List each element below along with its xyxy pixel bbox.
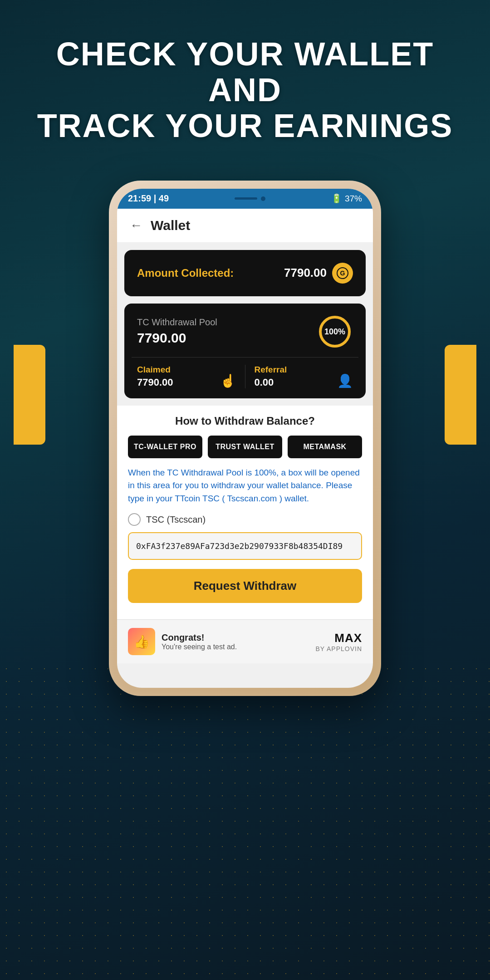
ad-banner: 👍 Congrats! You're seeing a test ad. MAX… — [117, 619, 373, 663]
notch-bar — [235, 197, 257, 200]
app-header: ← Wallet — [117, 209, 373, 243]
request-withdraw-button[interactable]: Request Withdraw — [128, 569, 362, 603]
claimed-icon: ☝️ — [220, 373, 236, 388]
ad-sub: You're seeing a test ad. — [162, 643, 237, 651]
wallet-address-input[interactable]: 0xFA3f237e89AFa723d3e2b2907933F8b48354DI… — [128, 532, 362, 560]
amount-collected-card: Amount Collected: 7790.00 G — [124, 250, 366, 296]
trust-wallet-button[interactable]: TRUST WALLET — [208, 436, 282, 458]
status-notch — [227, 194, 273, 204]
tsc-radio-row[interactable]: TSC (Tscscan) — [128, 513, 362, 526]
metamask-button[interactable]: METAMASK — [288, 436, 362, 458]
max-logo: MAX — [334, 631, 362, 645]
withdraw-section: How to Withdraw Balance? TC-WALLET PRO T… — [117, 406, 373, 620]
how-to-title: How to Withdraw Balance? — [128, 415, 362, 427]
notch-dot — [261, 196, 265, 201]
back-button[interactable]: ← — [130, 218, 142, 233]
tsc-radio-label: TSC (Tscscan) — [146, 514, 206, 525]
referral-value: 0.00 — [255, 377, 274, 388]
tc-wallet-pro-button[interactable]: TC-WALLET PRO — [128, 436, 202, 458]
svg-text:G: G — [340, 270, 345, 277]
battery-icon: 🔋 — [331, 193, 342, 204]
pool-value: 7790.00 — [137, 330, 217, 346]
side-handle-right — [445, 345, 476, 445]
pool-progress-circle: 100% — [317, 314, 353, 350]
withdrawal-pool-card: TC Withdrawal Pool 7790.00 100% — [124, 304, 366, 398]
headline-line2: TRACK YOUR EARNINGS — [37, 108, 453, 144]
status-right: 🔋 37% — [331, 193, 362, 204]
wallet-buttons-group: TC-WALLET PRO TRUST WALLET METAMASK — [128, 436, 362, 458]
claimed-value: 7790.00 — [137, 377, 173, 388]
page-title: Wallet — [151, 218, 190, 233]
pool-label: TC Withdrawal Pool — [137, 317, 217, 328]
amount-collected-label: Amount Collected: — [137, 267, 234, 279]
battery-percent: 37% — [345, 194, 362, 204]
applovin-label: BY APPLOVIN — [315, 645, 362, 652]
ad-thumbnail: 👍 — [128, 628, 155, 655]
headline-line1: CHECK YOUR WALLET AND — [56, 36, 434, 108]
side-handle-left — [14, 345, 45, 445]
tsc-radio-button[interactable] — [128, 513, 141, 526]
coin-icon: G — [332, 263, 353, 284]
referral-icon: 👤 — [337, 373, 353, 388]
headline: CHECK YOUR WALLET AND TRACK YOUR EARNING… — [27, 36, 463, 144]
pool-percent: 100% — [324, 327, 345, 336]
status-time: 21:59 | 49 — [128, 193, 169, 204]
status-bar: 21:59 | 49 🔋 37% — [117, 189, 373, 209]
amount-collected-value: 7790.00 — [284, 266, 327, 280]
info-text: When the TC Withdrawal Pool is 100%, a b… — [128, 466, 362, 505]
phone-mockup: 21:59 | 49 🔋 37% ← Wallet — [109, 181, 381, 696]
ad-congrats: Congrats! — [162, 632, 237, 643]
